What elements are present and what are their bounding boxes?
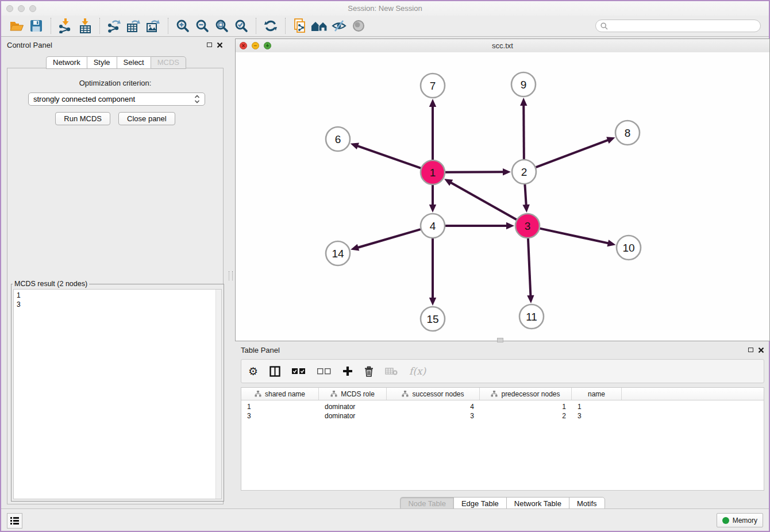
network-resize-grip[interactable] [497, 338, 503, 342]
svg-text:4: 4 [430, 220, 436, 232]
select-all-checkboxes-icon[interactable] [292, 368, 306, 375]
graph-edge-3-10[interactable] [540, 229, 609, 244]
export-image-button[interactable] [144, 17, 163, 34]
float-panel-icon[interactable] [207, 43, 212, 47]
refresh-button[interactable] [261, 17, 280, 34]
column-header-MCDS-role[interactable]: MCDS role [319, 388, 387, 400]
zoom-out-button[interactable] [192, 17, 212, 34]
graph-node-6[interactable]: 6 [326, 127, 350, 151]
application-window: Session: New Session [0, 0, 770, 532]
hide-selected-button[interactable] [329, 17, 349, 34]
graph-edge-1-2[interactable] [445, 172, 504, 172]
search-input[interactable] [611, 21, 756, 30]
import-table-button[interactable] [75, 17, 95, 34]
delete-table-icon[interactable] [385, 367, 398, 375]
network-close-button[interactable]: × [240, 42, 247, 49]
graph-edge-3-11[interactable] [528, 238, 530, 296]
column-header-successor-nodes[interactable]: successor nodes [387, 388, 480, 400]
graph-edge-arrowhead [606, 137, 615, 144]
table-row[interactable]: 1dominator411 [241, 402, 764, 411]
zoom-in-button[interactable] [173, 17, 192, 34]
toolbar-separator [51, 18, 51, 34]
zoom-fit-button[interactable] [212, 17, 232, 34]
tab-network[interactable]: Network [46, 56, 87, 69]
graph-edge-2-8[interactable] [536, 140, 609, 167]
graph-node-15[interactable]: 15 [421, 307, 445, 331]
table-cell[interactable]: 3 [572, 412, 622, 420]
zoom-selected-icon [234, 19, 248, 33]
home-button[interactable] [310, 17, 329, 34]
graph-node-2[interactable]: 2 [512, 160, 536, 184]
show-hidden-button[interactable] [349, 17, 368, 34]
column-type-icon [402, 391, 409, 397]
graph-node-11[interactable]: 11 [519, 304, 544, 329]
export-network-button[interactable] [105, 17, 124, 34]
deselect-all-checkboxes-icon[interactable] [317, 368, 331, 375]
column-header-shared-name[interactable]: shared name [241, 388, 319, 400]
export-table-button[interactable] [124, 17, 144, 34]
result-scrollbar[interactable] [215, 290, 221, 499]
table-cell[interactable]: 1 [241, 403, 319, 411]
table-cell[interactable]: 3 [387, 412, 480, 420]
close-panel-button[interactable]: Close panel [118, 112, 175, 125]
graph-edge-1-6[interactable] [357, 146, 421, 168]
table-cell[interactable]: 1 [480, 403, 572, 411]
svg-text:10: 10 [622, 242, 634, 254]
delete-column-icon[interactable] [364, 366, 374, 377]
graph-edge-4-14[interactable] [357, 229, 421, 248]
graph-edge-2-9[interactable] [523, 105, 524, 159]
svg-text:11: 11 [526, 311, 537, 323]
graph-node-7[interactable]: 7 [421, 74, 445, 98]
table-panel-header: Table Panel [235, 343, 770, 357]
graph-node-10[interactable]: 10 [617, 236, 641, 260]
close-panel-icon[interactable] [217, 42, 223, 48]
open-session-button[interactable] [7, 17, 26, 34]
graph-node-4[interactable]: 4 [421, 214, 445, 238]
graph-edge-3-1[interactable] [450, 182, 516, 219]
run-mcds-button[interactable]: Run MCDS [55, 112, 110, 125]
tab-select[interactable]: Select [117, 56, 151, 69]
graph-edge-2-3[interactable] [525, 184, 526, 206]
svg-text:9: 9 [521, 79, 527, 91]
network-minimize-button[interactable]: − [252, 42, 259, 49]
settings-gear-icon[interactable]: ⚙ [248, 366, 258, 377]
import-network-button[interactable] [56, 17, 75, 34]
save-session-button[interactable] [26, 17, 46, 34]
mcds-result-list[interactable]: 13 [13, 289, 222, 499]
graph-node-3[interactable]: 3 [515, 214, 540, 238]
criterion-select[interactable]: strongly connected component [28, 92, 205, 106]
search-box[interactable] [595, 20, 761, 32]
table-cell[interactable]: 2 [480, 412, 572, 420]
table-cell[interactable]: 4 [387, 403, 480, 411]
task-history-button[interactable] [7, 513, 22, 529]
table-cell[interactable]: dominator [319, 403, 387, 411]
panel-splitter[interactable] [229, 271, 233, 280]
add-column-icon[interactable] [342, 366, 353, 376]
float-table-panel-icon[interactable] [748, 348, 753, 352]
column-header-predecessor-nodes[interactable]: predecessor nodes [480, 388, 572, 400]
graph-node-8[interactable]: 8 [615, 121, 640, 145]
function-builder-icon[interactable]: f(x) [409, 365, 426, 377]
svg-text:6: 6 [335, 133, 341, 145]
graph-node-1[interactable]: 1 [421, 160, 445, 184]
toggle-panel-icon[interactable] [270, 366, 280, 377]
close-table-panel-icon[interactable] [758, 347, 764, 353]
svg-text:14: 14 [332, 248, 344, 260]
table-row[interactable]: 3dominator323 [241, 411, 764, 421]
graph-node-14[interactable]: 14 [326, 241, 350, 265]
graph-node-9[interactable]: 9 [511, 72, 536, 97]
window-title: Session: New Session [1, 4, 769, 13]
tab-style[interactable]: Style [87, 56, 117, 69]
network-maximize-button[interactable]: + [264, 42, 271, 49]
export-image-icon [146, 18, 161, 33]
table-cell[interactable]: 1 [572, 403, 622, 411]
memory-button[interactable]: Memory [717, 513, 763, 527]
tab-mcds[interactable]: MCDS [151, 56, 186, 69]
clone-network-button[interactable] [290, 17, 310, 34]
column-header-name[interactable]: name [572, 388, 622, 400]
table-cell[interactable]: dominator [319, 412, 387, 420]
zoom-selected-button[interactable] [232, 17, 251, 34]
network-canvas[interactable]: 1234678910111415 [236, 52, 769, 341]
optimization-criterion-label: Optimization criterion: [7, 79, 223, 87]
table-cell[interactable]: 3 [241, 412, 319, 420]
